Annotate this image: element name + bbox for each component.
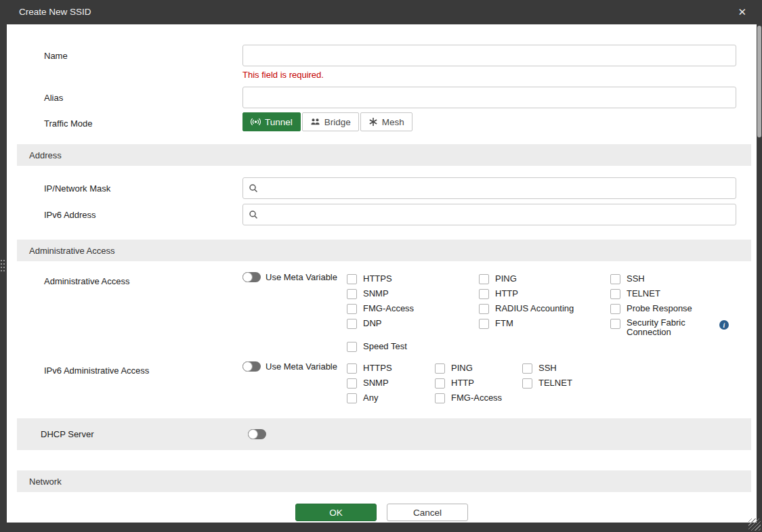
dhcp-server-toggle[interactable] bbox=[248, 429, 266, 439]
traffic-mode-option-label: Mesh bbox=[382, 117, 404, 127]
traffic-mode-option-label: Bridge bbox=[324, 117, 351, 127]
dhcp-server-row: DHCP Server bbox=[17, 418, 751, 450]
close-icon[interactable]: ✕ bbox=[738, 0, 746, 24]
scrollbar-thumb[interactable] bbox=[757, 26, 761, 137]
checkbox[interactable] bbox=[479, 319, 489, 329]
use-meta-variable-group: Use Meta Variable bbox=[242, 271, 347, 282]
resize-grip[interactable] bbox=[748, 518, 761, 531]
ipv6-option-snmp[interactable]: SNMP bbox=[347, 376, 435, 391]
ip-network-mask-label: IP/Network Mask bbox=[44, 177, 242, 199]
info-icon[interactable]: i bbox=[719, 320, 729, 330]
broadcast-icon bbox=[251, 117, 261, 127]
alias-input[interactable] bbox=[242, 87, 736, 108]
checkbox[interactable] bbox=[479, 274, 489, 284]
drag-handle[interactable] bbox=[1, 260, 6, 272]
dialog-footer: OK Cancel bbox=[7, 504, 757, 521]
section-network: Network bbox=[17, 470, 751, 492]
traffic-mode-option-label: Tunnel bbox=[265, 117, 293, 127]
checkbox[interactable] bbox=[479, 304, 489, 314]
checkbox[interactable] bbox=[610, 274, 620, 284]
checkbox[interactable] bbox=[347, 274, 357, 284]
traffic-mode-bridge-button[interactable]: Bridge bbox=[302, 112, 359, 131]
administrative-access-label: Administrative Access bbox=[44, 271, 242, 354]
checkbox[interactable] bbox=[610, 319, 620, 329]
ipv6-option-https[interactable]: HTTPS bbox=[347, 361, 435, 376]
section-administrative-access: Administrative Access bbox=[17, 240, 751, 261]
ipv6-use-meta-variable-toggle[interactable] bbox=[242, 361, 261, 372]
use-meta-variable-toggle[interactable] bbox=[242, 272, 261, 282]
checkbox[interactable] bbox=[347, 289, 357, 299]
ipv6-address-input[interactable] bbox=[242, 204, 736, 225]
checkbox[interactable] bbox=[522, 378, 532, 389]
option-radius-accounting[interactable]: RADIUS Accounting bbox=[479, 301, 610, 316]
checkbox[interactable] bbox=[347, 378, 357, 389]
section-address-title: Address bbox=[29, 150, 62, 160]
ipv6-address-label: IPv6 Address bbox=[44, 204, 242, 225]
checkbox[interactable] bbox=[522, 363, 532, 374]
checkbox[interactable] bbox=[435, 393, 445, 403]
ipv6-admin-access-options: HTTPS PING SSH SNMP HTTP TELNET Any FMG-… bbox=[347, 361, 736, 405]
traffic-mode-group: Tunnel Bridge bbox=[242, 112, 736, 131]
checkbox[interactable] bbox=[347, 363, 357, 374]
checkbox[interactable] bbox=[347, 304, 357, 314]
ipv6-option-any[interactable]: Any bbox=[347, 391, 435, 405]
dialog-titlebar: Create New SSID ✕ bbox=[0, 0, 762, 24]
option-probe-response[interactable]: Probe Response bbox=[610, 301, 736, 316]
use-meta-variable-label: Use Meta Variable bbox=[266, 361, 337, 372]
traffic-mode-label: Traffic Mode bbox=[44, 112, 242, 131]
option-telnet[interactable]: TELNET bbox=[610, 286, 736, 301]
dialog-title: Create New SSID bbox=[19, 0, 91, 24]
admin-access-options: HTTPS PING SSH SNMP HTTP TELNET FMG-Acce… bbox=[347, 271, 736, 354]
ipv6-use-meta-variable-group: Use Meta Variable bbox=[242, 361, 347, 372]
option-ftm[interactable]: FTM bbox=[479, 316, 610, 339]
section-address: Address bbox=[17, 144, 751, 166]
use-meta-variable-label: Use Meta Variable bbox=[266, 272, 337, 282]
name-error: This field is required. bbox=[242, 70, 736, 80]
ipv6-administrative-access-row: IPv6 Administrative Access Use Meta Vari… bbox=[7, 361, 757, 405]
alias-label: Alias bbox=[44, 87, 242, 108]
ipv6-option-telnet[interactable]: TELNET bbox=[522, 376, 736, 391]
dhcp-server-label: DHCP Server bbox=[41, 429, 248, 439]
checkbox[interactable] bbox=[435, 378, 445, 389]
ip-network-mask-input[interactable] bbox=[242, 177, 736, 199]
ipv6-address-row: IPv6 Address bbox=[7, 204, 757, 225]
ipv6-option-http[interactable]: HTTP bbox=[435, 376, 522, 391]
ipv6-option-ping[interactable]: PING bbox=[435, 361, 522, 376]
traffic-mode-mesh-button[interactable]: Mesh bbox=[360, 112, 412, 131]
section-administrative-access-title: Administrative Access bbox=[29, 246, 114, 256]
ipv6-option-fmg-access[interactable]: FMG-Access bbox=[435, 391, 522, 405]
option-security-fabric-connection[interactable]: Security Fabric Connection i bbox=[610, 316, 736, 339]
section-network-title: Network bbox=[29, 476, 62, 487]
name-input[interactable] bbox=[242, 45, 736, 66]
ipv6-administrative-access-label: IPv6 Administrative Access bbox=[44, 361, 242, 405]
option-speed-test[interactable]: Speed Test bbox=[347, 339, 479, 354]
option-ping[interactable]: PING bbox=[479, 271, 610, 286]
cancel-button[interactable]: Cancel bbox=[387, 504, 468, 521]
ipv6-option-ssh[interactable]: SSH bbox=[522, 361, 736, 376]
checkbox[interactable] bbox=[610, 289, 620, 299]
search-icon bbox=[249, 183, 258, 193]
option-fmg-access[interactable]: FMG-Access bbox=[347, 301, 479, 316]
traffic-mode-tunnel-button[interactable]: Tunnel bbox=[242, 112, 301, 131]
traffic-mode-row: Traffic Mode Tunnel bbox=[7, 112, 757, 131]
option-dnp[interactable]: DNP bbox=[347, 316, 479, 339]
ok-button[interactable]: OK bbox=[295, 504, 377, 521]
name-row: Name This field is required. bbox=[7, 45, 757, 80]
name-label: Name bbox=[44, 45, 242, 80]
alias-row: Alias bbox=[7, 87, 757, 108]
checkbox[interactable] bbox=[610, 304, 620, 314]
checkbox[interactable] bbox=[347, 393, 357, 403]
option-https[interactable]: HTTPS bbox=[347, 271, 479, 286]
checkbox[interactable] bbox=[347, 342, 357, 352]
administrative-access-row: Administrative Access Use Meta Variable … bbox=[7, 271, 757, 354]
option-snmp[interactable]: SNMP bbox=[347, 286, 479, 301]
checkbox[interactable] bbox=[435, 363, 445, 374]
create-ssid-dialog: Name This field is required. Alias Traff… bbox=[7, 24, 757, 523]
checkbox[interactable] bbox=[479, 289, 489, 299]
ip-network-mask-row: IP/Network Mask bbox=[7, 177, 757, 199]
search-icon bbox=[249, 210, 258, 219]
mesh-icon bbox=[368, 117, 378, 127]
option-http[interactable]: HTTP bbox=[479, 286, 610, 301]
option-ssh[interactable]: SSH bbox=[610, 271, 736, 286]
checkbox[interactable] bbox=[347, 319, 357, 329]
